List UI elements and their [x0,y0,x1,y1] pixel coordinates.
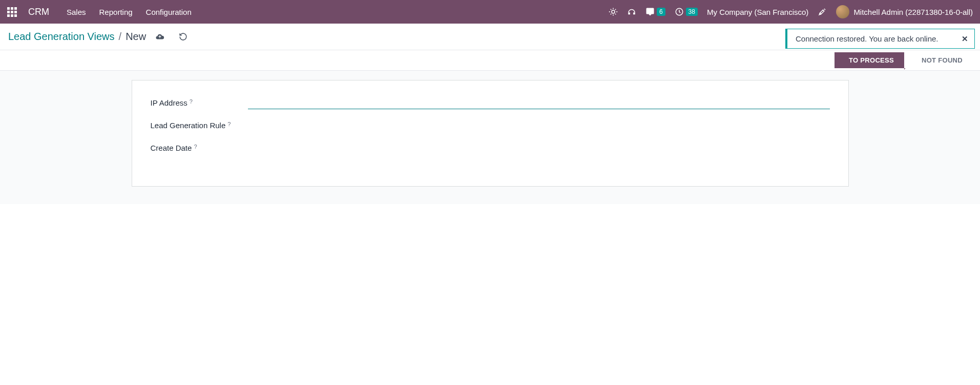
field-create-date [248,141,830,154]
navbar-left: CRM Sales Reporting Configuration [7,7,192,17]
apps-icon[interactable] [7,7,17,17]
svg-point-0 [612,10,615,13]
bug-icon[interactable] [609,7,618,16]
breadcrumb-separator: / [119,31,122,43]
breadcrumb: Lead Generation Views / New [8,31,187,43]
control-row: Lead Generation Views / New Connection r… [0,24,980,50]
form-sheet: IP Address ? Lead Generation Rule ? Crea… [132,80,849,187]
nav-item-reporting[interactable]: Reporting [99,8,133,16]
form-body: IP Address ? Lead Generation Rule ? Crea… [0,71,980,204]
status-not-found[interactable]: NOT FOUND [904,52,973,68]
main-navbar: CRM Sales Reporting Configuration 6 38 M… [0,0,980,24]
create-date-input[interactable] [248,141,830,154]
help-icon[interactable]: ? [190,98,193,105]
cloud-save-icon[interactable] [155,32,164,42]
field-ip-address [248,96,830,109]
field-create-date-label: Create Date ? [151,144,248,152]
notification-text: Connection restored. You are back online… [796,34,939,43]
connection-notification: Connection restored. You are back online… [785,29,975,49]
field-ip-address-row: IP Address ? [151,96,830,109]
nav-menu: Sales Reporting Configuration [67,8,192,16]
support-icon[interactable] [627,7,636,16]
ip-address-input[interactable] [248,96,830,109]
lead-rule-input[interactable] [248,118,830,132]
breadcrumb-current: New [126,31,146,43]
help-icon[interactable]: ? [194,144,197,150]
breadcrumb-parent[interactable]: Lead Generation Views [8,31,115,43]
activities-badge: 38 [686,8,698,16]
status-steps: TO PROCESS NOT FOUND [835,52,973,68]
user-name: Mitchell Admin (22871380-16-0-all) [853,8,973,16]
status-to-process[interactable]: TO PROCESS [835,52,904,68]
field-lead-rule-row: Lead Generation Rule ? [151,118,830,132]
help-icon[interactable]: ? [227,121,231,127]
tools-icon[interactable] [818,7,827,16]
messages-badge: 6 [657,8,665,16]
app-brand[interactable]: CRM [28,7,49,17]
activities-icon[interactable]: 38 [675,7,698,16]
company-selector[interactable]: My Company (San Francisco) [707,8,808,16]
nav-item-sales[interactable]: Sales [67,8,86,16]
avatar [836,5,849,18]
nav-item-configuration[interactable]: Configuration [146,8,192,16]
field-create-date-row: Create Date ? [151,141,830,154]
messages-icon[interactable]: 6 [645,7,665,16]
discard-icon[interactable] [179,32,187,41]
close-icon[interactable]: ✕ [962,34,968,44]
field-ip-address-label: IP Address ? [151,98,248,107]
field-lead-rule-label: Lead Generation Rule ? [151,121,248,130]
navbar-right: 6 38 My Company (San Francisco) Mitchell… [609,5,973,18]
status-bar: TO PROCESS NOT FOUND [0,50,980,71]
field-lead-rule [248,118,830,132]
user-menu[interactable]: Mitchell Admin (22871380-16-0-all) [836,5,973,18]
